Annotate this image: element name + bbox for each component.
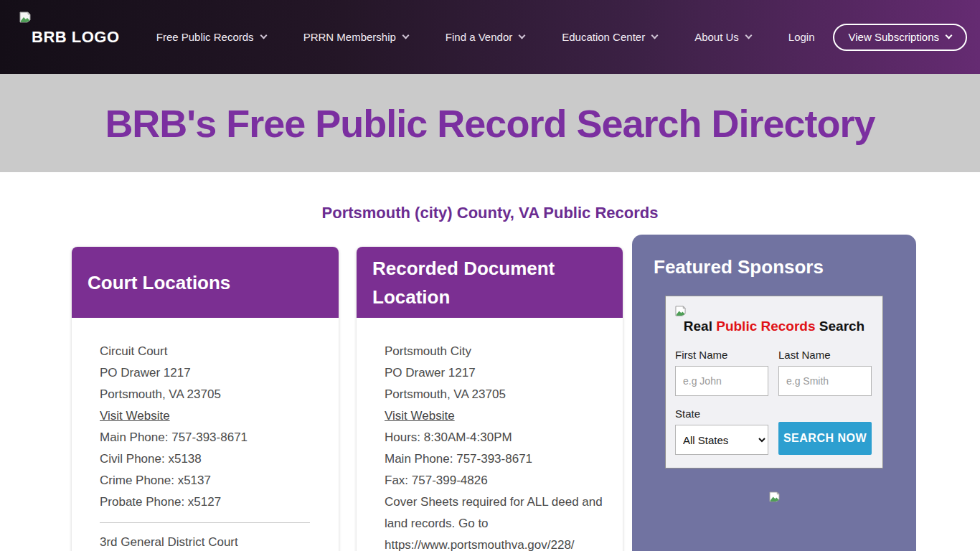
court-detail-line: Civil Phone: x5138 (100, 448, 324, 470)
office-name: Portsmouth City (385, 341, 608, 362)
nav-item-free-public-records[interactable]: Free Public Records (156, 31, 266, 43)
nav-item-login[interactable]: Login (788, 31, 815, 43)
nav-item-about-us[interactable]: About Us (694, 31, 751, 43)
nav-item-label: Free Public Records (156, 31, 254, 43)
visit-website-link[interactable]: Visit Website (385, 409, 455, 423)
broken-image-icon (675, 306, 686, 316)
nav-item-label: Find a Vendor (446, 31, 512, 43)
nav-menu: Free Public Records PRRN Membership Find… (156, 0, 967, 74)
office-note: Cover Sheets required for ALL deed and l… (385, 491, 608, 551)
state-label: State (675, 408, 768, 420)
court-address-line: Portsmouth, VA 23705 (100, 384, 324, 405)
sponsor-search-form: First Name Last Name State All States SE… (675, 349, 873, 455)
sponsor-brand-title: Real Public Records Search (675, 319, 873, 334)
logo-alt-text: BRB LOGO (32, 28, 120, 47)
office-address-line: PO Drawer 1217 (385, 362, 608, 384)
chevron-down-icon (946, 32, 953, 39)
divider (100, 522, 310, 523)
first-name-label: First Name (675, 349, 768, 361)
first-name-input[interactable] (675, 366, 768, 396)
hero-banner: BRB's Free Public Record Search Director… (0, 74, 980, 172)
chevron-down-icon (519, 32, 526, 39)
top-navigation-bar: BRB LOGO Free Public Records PRRN Member… (0, 0, 980, 74)
chevron-down-icon (402, 32, 409, 39)
court-detail-line: Probate Phone: x5127 (100, 491, 324, 513)
page-title: BRB's Free Public Record Search Director… (105, 101, 875, 146)
sponsor-search-widget: Real Public Records Search First Name La… (665, 296, 883, 468)
recorded-document-card: Recorded Document Location Portsmouth Ci… (357, 247, 623, 551)
last-name-label: Last Name (778, 349, 872, 361)
state-select[interactable]: All States (675, 425, 768, 455)
chevron-down-icon (745, 32, 752, 39)
nav-item-label: PRRN Membership (303, 31, 396, 43)
nav-item-prrn-membership[interactable]: PRRN Membership (303, 31, 408, 43)
nav-item-education-center[interactable]: Education Center (562, 31, 657, 43)
court-name: Circuit Court (100, 341, 324, 362)
broken-image-icon (19, 11, 31, 23)
county-subtitle: Portsmouth (city) County, VA Public Reco… (0, 204, 980, 222)
view-subscriptions-label: View Subscriptions (849, 31, 939, 43)
court-locations-body: Circuit Court PO Drawer 1217 Portsmouth,… (72, 318, 339, 551)
broken-image-icon (769, 491, 780, 502)
nav-item-label: Login (788, 31, 815, 43)
site-logo[interactable]: BRB LOGO (19, 11, 120, 47)
last-name-input[interactable] (778, 366, 872, 396)
court-detail-line: Main Phone: 757-393-8671 (100, 427, 324, 448)
visit-website-link[interactable]: Visit Website (100, 409, 170, 423)
office-detail-line: Hours: 8:30AM-4:30PM (385, 427, 608, 448)
recorded-document-body: Portsmouth City PO Drawer 1217 Portsmout… (357, 318, 623, 551)
recorded-document-header: Recorded Document Location (357, 247, 623, 318)
nav-item-find-a-vendor[interactable]: Find a Vendor (446, 31, 524, 43)
court-detail-line: Crime Phone: x5137 (100, 470, 324, 491)
office-address-line: Portsmouth, VA 23705 (385, 384, 608, 405)
chevron-down-icon (651, 32, 659, 39)
court-locations-card: Court Locations Circuit Court PO Drawer … (72, 247, 339, 551)
court-locations-header: Court Locations (72, 247, 339, 318)
featured-sponsors-panel: Featured Sponsors Real Public Records Se… (632, 235, 916, 551)
court-name: 3rd General District Court (100, 532, 324, 551)
chevron-down-icon (260, 32, 267, 39)
featured-sponsors-title: Featured Sponsors (632, 235, 916, 278)
office-detail-line: Main Phone: 757-393-8671 (385, 448, 608, 470)
nav-item-label: About Us (694, 31, 739, 43)
search-now-button[interactable]: SEARCH NOW (778, 422, 872, 455)
office-detail-line: Fax: 757-399-4826 (385, 470, 608, 491)
brand-highlight: Public Records (716, 319, 815, 334)
court-address-line: PO Drawer 1217 (100, 362, 324, 384)
brand-text: Real (684, 319, 716, 334)
view-subscriptions-button[interactable]: View Subscriptions (833, 24, 967, 51)
nav-item-label: Education Center (562, 31, 645, 43)
brand-text: Search (816, 319, 865, 334)
